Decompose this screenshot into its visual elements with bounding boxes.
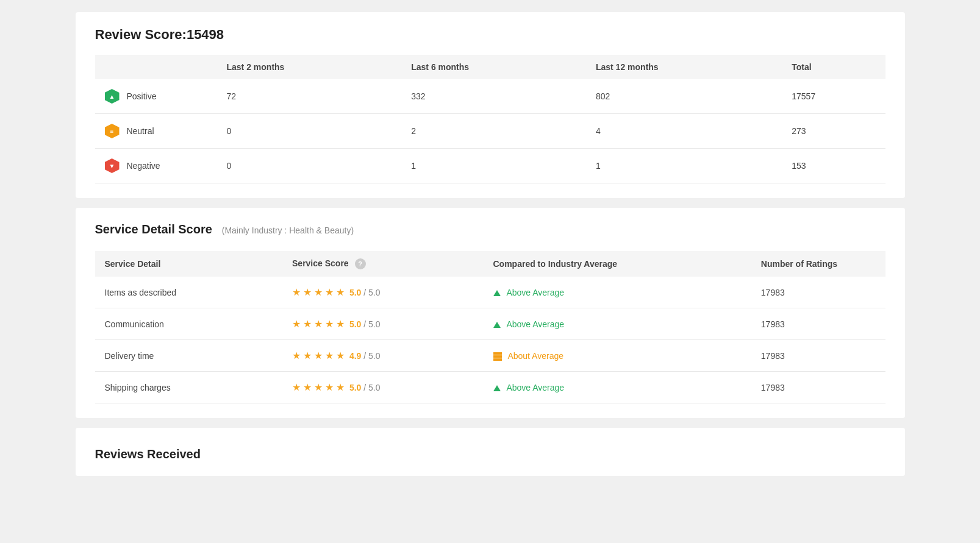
score-max: / 5.0	[363, 383, 380, 392]
last2-cell: 72	[217, 79, 402, 114]
col-header-type	[95, 55, 217, 79]
score-max: / 5.0	[363, 288, 380, 297]
star-icon: ★	[303, 350, 312, 361]
star-icon: ★	[314, 350, 323, 361]
star-icon: ★	[314, 287, 323, 297]
last12-cell: 1	[586, 149, 782, 183]
compare-label: Above Average	[506, 288, 564, 297]
compare-cell: About Average	[484, 340, 751, 372]
rating-type-cell: Negative	[95, 149, 217, 183]
review-score-row: Neutral 0 2 4 273	[95, 114, 885, 149]
rating-type-cell: Positive	[95, 79, 217, 114]
col-service-detail: Service Detail	[95, 251, 283, 277]
col-header-last6: Last 6 months	[401, 55, 586, 79]
service-detail-header-row: Service Detail Service Score ? Compared …	[95, 251, 885, 277]
star-icon: ★	[292, 350, 301, 361]
star-icon: ★	[336, 319, 345, 329]
last12-cell: 4	[586, 114, 782, 149]
review-score-row: Positive 72 332 802 17557	[95, 79, 885, 114]
ratings-cell: 17983	[751, 340, 885, 372]
star-icon: ★	[336, 350, 345, 361]
review-score-header-row: Last 2 months Last 6 months Last 12 mont…	[95, 55, 885, 79]
last2-cell: 0	[217, 114, 402, 149]
last6-cell: 2	[401, 114, 586, 149]
compare-label: Above Average	[506, 383, 564, 392]
score-max: / 5.0	[363, 351, 380, 361]
ratings-cell: 17983	[751, 372, 885, 403]
star-icon: ★	[336, 382, 345, 392]
compare-cell: Above Average	[484, 277, 751, 308]
above-average-icon	[493, 290, 501, 296]
last2-cell: 0	[217, 149, 402, 183]
score-value: 4.9	[349, 351, 361, 361]
total-cell: 273	[782, 114, 885, 149]
star-icon: ★	[303, 319, 312, 329]
above-average-icon	[493, 322, 501, 328]
last6-cell: 332	[401, 79, 586, 114]
compare-cell: Above Average	[484, 372, 751, 403]
service-detail-cell: Shipping charges	[95, 372, 283, 403]
score-max: / 5.0	[363, 319, 380, 329]
service-detail-row: Shipping charges ★★★★★ 5.0 / 5.0 Above A…	[95, 372, 885, 403]
star-icon: ★	[292, 287, 301, 297]
review-score-card: Review Score:15498 Last 2 months Last 6 …	[76, 12, 905, 198]
star-icon: ★	[325, 350, 334, 361]
total-cell: 153	[782, 149, 885, 183]
star-icon: ★	[292, 319, 301, 329]
last12-cell: 802	[586, 79, 782, 114]
review-score-table: Last 2 months Last 6 months Last 12 mont…	[95, 55, 885, 183]
service-score-help-icon[interactable]: ?	[355, 258, 366, 269]
service-detail-score-card: Service Detail Score (Mainly Industry : …	[76, 208, 905, 418]
service-detail-cell: Delivery time	[95, 340, 283, 372]
service-detail-title: Service Detail Score	[95, 222, 212, 236]
above-average-icon	[493, 385, 501, 391]
col-header-last12: Last 12 months	[586, 55, 782, 79]
service-detail-row: Communication ★★★★★ 5.0 / 5.0 Above Aver…	[95, 308, 885, 340]
service-detail-subtitle: (Mainly Industry : Health & Beauty)	[222, 225, 354, 235]
rating-label: Neutral	[126, 126, 154, 136]
compare-label: About Average	[507, 351, 563, 361]
reviews-received-card: Reviews Received	[76, 428, 905, 476]
review-score-row: Negative 0 1 1 153	[95, 149, 885, 183]
star-icon: ★	[303, 382, 312, 392]
col-compared: Compared to Industry Average	[484, 251, 751, 277]
service-score-cell: ★★★★★ 4.9 / 5.0	[282, 340, 483, 372]
positive-icon	[105, 89, 120, 104]
negative-icon	[105, 158, 120, 173]
service-score-cell: ★★★★★ 5.0 / 5.0	[282, 372, 483, 403]
star-icon: ★	[325, 287, 334, 297]
star-icon: ★	[314, 319, 323, 329]
ratings-cell: 17983	[751, 277, 885, 308]
score-value: 5.0	[349, 319, 361, 329]
rating-label: Positive	[126, 91, 156, 101]
service-detail-cell: Items as described	[95, 277, 283, 308]
star-icon: ★	[314, 382, 323, 392]
col-header-total: Total	[782, 55, 885, 79]
col-ratings: Number of Ratings	[751, 251, 885, 277]
service-detail-cell: Communication	[95, 308, 283, 340]
ratings-cell: 17983	[751, 308, 885, 340]
star-icon: ★	[336, 287, 345, 297]
compare-label: Above Average	[506, 319, 564, 329]
star-icon: ★	[292, 382, 301, 392]
star-icon: ★	[325, 382, 334, 392]
col-header-last2: Last 2 months	[217, 55, 402, 79]
star-icon: ★	[303, 287, 312, 297]
compare-cell: Above Average	[484, 308, 751, 340]
rating-type-cell: Neutral	[95, 114, 217, 149]
score-value: 5.0	[349, 288, 361, 297]
service-detail-row: Items as described ★★★★★ 5.0 / 5.0 Above…	[95, 277, 885, 308]
col-service-score: Service Score ?	[282, 251, 483, 277]
reviews-received-title: Reviews Received	[95, 447, 885, 461]
section-header: Service Detail Score (Mainly Industry : …	[95, 222, 885, 239]
star-icon: ★	[325, 319, 334, 329]
service-score-cell: ★★★★★ 5.0 / 5.0	[282, 277, 483, 308]
score-value: 5.0	[349, 383, 361, 392]
review-score-title: Review Score:15498	[95, 27, 885, 43]
rating-label: Negative	[126, 161, 160, 171]
last6-cell: 1	[401, 149, 586, 183]
service-score-cell: ★★★★★ 5.0 / 5.0	[282, 308, 483, 340]
about-average-icon	[493, 355, 502, 358]
neutral-icon	[105, 124, 120, 138]
service-detail-table: Service Detail Service Score ? Compared …	[95, 251, 885, 403]
